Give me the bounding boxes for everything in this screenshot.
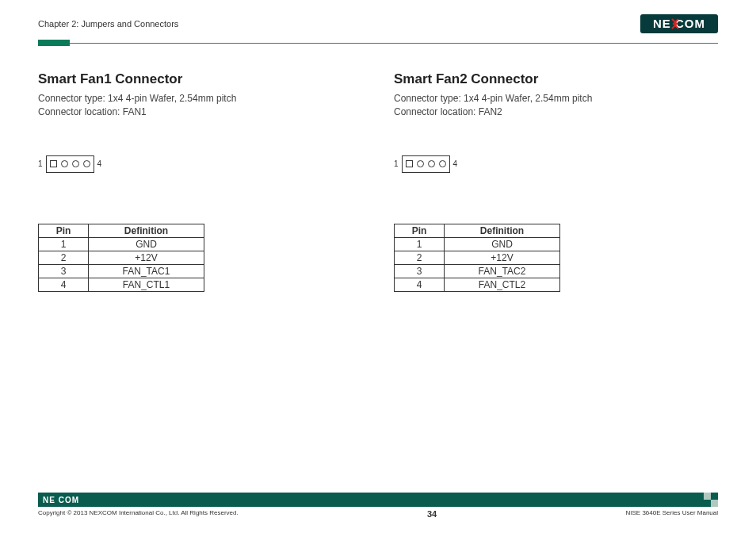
th-pin: Pin bbox=[39, 224, 89, 237]
pin-3-icon bbox=[428, 160, 435, 167]
pin-label-left: 1 bbox=[394, 159, 399, 168]
pin-label-right: 4 bbox=[453, 159, 458, 168]
section-fan1: Smart Fan1 Connector Connector type: 1x4… bbox=[38, 71, 362, 292]
pin-label-right: 4 bbox=[97, 159, 102, 168]
svg-text:NE COM: NE COM bbox=[653, 17, 705, 30]
pin-1-icon bbox=[50, 160, 57, 167]
table-row: 2+12V bbox=[395, 251, 560, 264]
pin-1-icon bbox=[406, 160, 413, 167]
pin-3-icon bbox=[72, 160, 79, 167]
footer-brand-logo: NE COM bbox=[43, 496, 79, 504]
table-row: 1GND bbox=[395, 237, 560, 251]
table-row: 4FAN_CTL1 bbox=[39, 278, 204, 291]
copyright-text: Copyright © 2013 NEXCOM International Co… bbox=[38, 509, 239, 516]
page-number: 34 bbox=[427, 509, 437, 519]
th-pin: Pin bbox=[395, 224, 445, 237]
section-fan2: Smart Fan2 Connector Connector type: 1x4… bbox=[394, 71, 718, 292]
footer-corner-icon bbox=[704, 493, 718, 507]
pinout-table: Pin Definition 1GND 2+12V 3FAN_TAC1 4FAN… bbox=[38, 224, 204, 292]
table-row: 4FAN_CTL2 bbox=[395, 278, 560, 291]
section-title: Smart Fan1 Connector bbox=[38, 71, 362, 87]
doc-name: NISE 3640E Series User Manual bbox=[626, 509, 719, 516]
pin-2-icon bbox=[61, 160, 68, 167]
connector-type: Connector type: 1x4 4-pin Wafer, 2.54mm … bbox=[38, 92, 362, 105]
pin-label-left: 1 bbox=[38, 159, 43, 168]
th-def: Definition bbox=[445, 224, 560, 237]
table-row: 3FAN_TAC1 bbox=[39, 264, 204, 278]
connector-location: Connector location: FAN2 bbox=[394, 105, 718, 119]
connector-location: Connector location: FAN1 bbox=[38, 105, 362, 119]
th-def: Definition bbox=[89, 224, 204, 237]
table-row: 2+12V bbox=[39, 251, 204, 264]
table-row: 3FAN_TAC2 bbox=[395, 264, 560, 278]
header-rule bbox=[38, 40, 718, 46]
connector-diagram: 1 4 bbox=[38, 155, 362, 173]
brand-logo: NE COM bbox=[640, 14, 718, 33]
section-title: Smart Fan2 Connector bbox=[394, 71, 718, 87]
table-header-row: Pin Definition bbox=[395, 224, 560, 237]
table-header-row: Pin Definition bbox=[39, 224, 204, 237]
pin-2-icon bbox=[417, 160, 424, 167]
pin-4-icon bbox=[83, 160, 90, 167]
connector-type: Connector type: 1x4 4-pin Wafer, 2.54mm … bbox=[394, 92, 718, 105]
pinout-table: Pin Definition 1GND 2+12V 3FAN_TAC2 4FAN… bbox=[394, 224, 560, 292]
table-row: 1GND bbox=[39, 237, 204, 251]
page-footer: NE COM Copyright © 2013 NEXCOM Internati… bbox=[38, 493, 718, 519]
chapter-title: Chapter 2: Jumpers and Connectors bbox=[38, 19, 178, 29]
connector-diagram: 1 4 bbox=[394, 155, 718, 173]
pin-4-icon bbox=[439, 160, 446, 167]
